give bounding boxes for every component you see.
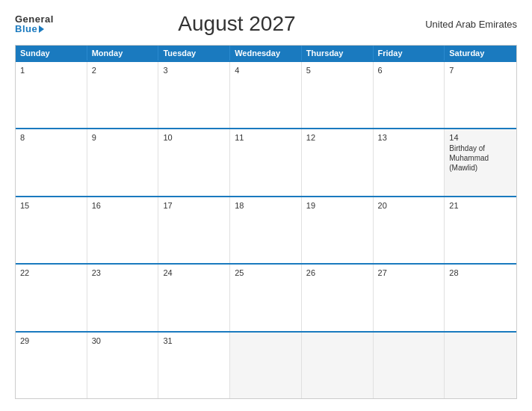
day-number: 14	[449, 133, 512, 142]
day-header-sunday: Sunday	[16, 46, 87, 61]
day-number: 15	[20, 201, 82, 210]
day-cell: 23	[87, 265, 159, 330]
day-number: 10	[163, 133, 225, 142]
day-number: 4	[235, 66, 297, 75]
day-cell	[230, 333, 302, 398]
page-header: General Blue August 2027 United Arab Emi…	[15, 12, 517, 36]
day-cell: 9	[87, 129, 159, 195]
day-cell: 16	[87, 197, 159, 263]
week-row-4: 293031	[16, 331, 516, 398]
day-cell: 4	[230, 62, 302, 128]
day-cell: 19	[302, 197, 374, 263]
day-header-monday: Monday	[87, 46, 159, 61]
day-cell: 12	[302, 129, 374, 195]
day-cell: 28	[445, 265, 516, 330]
week-row-3: 22232425262728	[16, 263, 516, 330]
day-header-wednesday: Wednesday	[230, 46, 302, 61]
day-cell: 24	[158, 265, 230, 330]
event-label: Birthday of Muhammad (Mawlid)	[449, 143, 512, 173]
day-cell: 21	[445, 197, 516, 263]
day-cell: 17	[158, 197, 230, 263]
day-number: 1	[20, 66, 82, 75]
day-cell: 5	[302, 62, 374, 128]
day-number: 29	[20, 336, 82, 345]
day-cell: 14Birthday of Muhammad (Mawlid)	[445, 129, 516, 195]
day-number: 6	[378, 66, 440, 75]
day-number: 3	[163, 66, 225, 75]
day-number: 24	[163, 268, 225, 277]
day-cell: 25	[230, 265, 302, 330]
day-cell: 11	[230, 129, 302, 195]
day-number: 7	[449, 66, 512, 75]
day-cell	[445, 333, 516, 398]
week-row-0: 1234567	[16, 61, 516, 128]
logo: General Blue	[15, 14, 54, 34]
day-cell: 10	[158, 129, 230, 195]
calendar: SundayMondayTuesdayWednesdayThursdayFrid…	[15, 45, 517, 399]
day-number: 19	[306, 201, 368, 210]
day-number: 5	[306, 66, 368, 75]
day-number: 28	[449, 268, 512, 277]
day-number: 12	[306, 133, 368, 142]
day-cell: 22	[16, 265, 87, 330]
day-number: 31	[163, 336, 225, 345]
day-number: 30	[92, 336, 154, 345]
day-cell: 20	[374, 197, 445, 263]
day-number: 27	[378, 268, 440, 277]
day-cell: 27	[374, 265, 445, 330]
day-cell: 30	[87, 333, 159, 398]
day-number: 11	[235, 133, 297, 142]
week-row-2: 15161718192021	[16, 196, 516, 263]
day-cell: 3	[158, 62, 230, 128]
day-cell: 18	[230, 197, 302, 263]
day-cell: 7	[445, 62, 516, 128]
day-number: 26	[306, 268, 368, 277]
day-cell: 13	[374, 129, 445, 195]
day-number: 18	[235, 201, 297, 210]
day-number: 16	[92, 201, 154, 210]
day-number: 9	[92, 133, 154, 142]
day-cell: 31	[158, 333, 230, 398]
day-headers-row: SundayMondayTuesdayWednesdayThursdayFrid…	[16, 46, 516, 61]
day-number: 2	[92, 66, 154, 75]
day-number: 13	[378, 133, 440, 142]
day-number: 8	[20, 133, 82, 142]
day-cell	[302, 333, 374, 398]
day-number: 21	[449, 201, 512, 210]
day-cell	[374, 333, 445, 398]
calendar-title: August 2027	[54, 12, 420, 36]
day-cell: 26	[302, 265, 374, 330]
day-cell: 2	[87, 62, 159, 128]
day-header-friday: Friday	[374, 46, 445, 61]
day-number: 17	[163, 201, 225, 210]
calendar-weeks: 1234567891011121314Birthday of Muhammad …	[16, 61, 516, 398]
day-cell: 6	[374, 62, 445, 128]
day-number: 20	[378, 201, 440, 210]
day-cell: 29	[16, 333, 87, 398]
day-cell: 1	[16, 62, 87, 128]
day-header-thursday: Thursday	[302, 46, 374, 61]
day-cell: 8	[16, 129, 87, 195]
country-label: United Arab Emirates	[420, 19, 517, 30]
day-number: 22	[20, 268, 82, 277]
day-number: 25	[235, 268, 297, 277]
day-number: 23	[92, 268, 154, 277]
logo-blue-text: Blue	[15, 24, 54, 34]
day-header-tuesday: Tuesday	[158, 46, 230, 61]
day-header-saturday: Saturday	[445, 46, 516, 61]
week-row-1: 891011121314Birthday of Muhammad (Mawlid…	[16, 128, 516, 195]
logo-triangle-icon	[39, 25, 44, 33]
day-cell: 15	[16, 197, 87, 263]
